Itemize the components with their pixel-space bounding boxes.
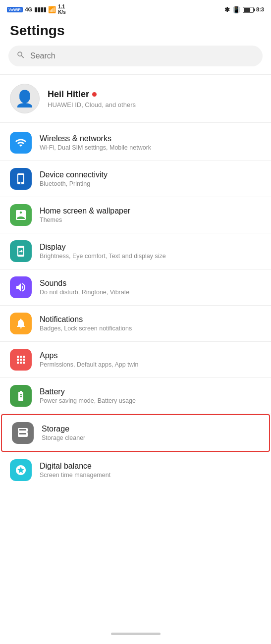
apps-title: Apps	[40, 351, 261, 360]
status-left: VoWiFi 4G ▮▮▮▮ 📶 1.1K/s	[7, 4, 66, 15]
settings-item-digital-balance[interactable]: Digital balance Screen time management	[0, 452, 271, 488]
storage-title: Storage	[42, 425, 259, 433]
storage-subtitle: Storage cleaner	[42, 434, 259, 441]
signal-strength: 4G	[25, 6, 32, 12]
sounds-text: Sounds Do not disturb, Ringtone, Vibrate	[40, 279, 261, 296]
settings-item-home-screen[interactable]: Home screen & wallpaper Themes	[0, 197, 271, 233]
signal-bars: ▮▮▮▮	[34, 6, 46, 13]
battery-title: Battery	[40, 387, 261, 396]
notifications-text: Notifications Badges, Lock screen notifi…	[40, 315, 261, 332]
notifications-icon	[10, 313, 32, 334]
wireless-text: Wireless & networks Wi-Fi, Dual SIM sett…	[40, 134, 261, 151]
digital-balance-text: Digital balance Screen time management	[40, 462, 261, 479]
display-subtitle: Brightness, Eye comfort, Text and displa…	[40, 253, 261, 260]
sounds-title: Sounds	[40, 279, 261, 288]
device-connectivity-icon	[10, 168, 32, 190]
notifications-title: Notifications	[40, 315, 261, 324]
home-screen-title: Home screen & wallpaper	[40, 207, 261, 215]
storage-text: Storage Storage cleaner	[42, 425, 259, 441]
search-input[interactable]	[30, 52, 255, 60]
battery-text: Battery Power saving mode, Battery usage	[40, 387, 261, 404]
sounds-subtitle: Do not disturb, Ringtone, Vibrate	[40, 289, 261, 296]
device-connectivity-text: Device connectivity Bluetooth, Printing	[40, 170, 261, 187]
search-icon	[16, 51, 25, 61]
apps-text: Apps Permissions, Default apps, App twin	[40, 351, 261, 368]
settings-list: Wireless & networks Wi-Fi, Dual SIM sett…	[0, 125, 271, 488]
status-right: ✱ 📳 35 8:3	[224, 6, 264, 13]
profile-name: Heil Hitler	[48, 89, 136, 100]
apps-subtitle: Permissions, Default apps, App twin	[40, 361, 261, 368]
settings-item-sounds[interactable]: Sounds Do not disturb, Ringtone, Vibrate	[0, 269, 271, 305]
settings-item-apps[interactable]: Apps Permissions, Default apps, App twin	[0, 342, 271, 377]
online-indicator	[92, 92, 97, 97]
display-title: Display	[40, 243, 261, 252]
vibrate-icon: 📳	[232, 6, 240, 13]
device-connectivity-subtitle: Bluetooth, Printing	[40, 180, 261, 187]
display-icon	[10, 240, 32, 262]
battery-subtitle: Power saving mode, Battery usage	[40, 397, 261, 404]
notifications-subtitle: Badges, Lock screen notifications	[40, 325, 261, 332]
settings-item-display[interactable]: Display Brightness, Eye comfort, Text an…	[0, 233, 271, 269]
battery-settings-icon	[10, 385, 32, 407]
profile-divider-bottom	[0, 122, 271, 123]
profile-subtitle: HUAWEI ID, Cloud, and others	[48, 101, 136, 108]
sounds-icon	[10, 276, 32, 298]
wifi-icon	[10, 132, 32, 154]
home-indicator	[111, 633, 161, 635]
wireless-subtitle: Wi-Fi, Dual SIM settings, Mobile network	[40, 144, 261, 151]
search-bar[interactable]	[8, 46, 263, 66]
home-screen-text: Home screen & wallpaper Themes	[40, 207, 261, 223]
settings-item-notifications[interactable]: Notifications Badges, Lock screen notifi…	[0, 306, 271, 341]
settings-item-device-connectivity[interactable]: Device connectivity Bluetooth, Printing	[0, 161, 271, 197]
digital-balance-icon	[10, 459, 32, 481]
apps-icon	[10, 349, 32, 371]
profile-info: Heil Hitler HUAWEI ID, Cloud, and others	[48, 89, 136, 108]
wireless-title: Wireless & networks	[40, 134, 261, 143]
device-connectivity-title: Device connectivity	[40, 170, 261, 179]
profile-section[interactable]: 👤 Heil Hitler HUAWEI ID, Cloud, and othe…	[0, 75, 271, 122]
display-text: Display Brightness, Eye comfort, Text an…	[40, 243, 261, 260]
home-screen-icon	[10, 204, 32, 226]
speed-indicator: 1.1K/s	[58, 4, 66, 15]
digital-balance-title: Digital balance	[40, 462, 261, 471]
status-bar: VoWiFi 4G ▮▮▮▮ 📶 1.1K/s ✱ 📳 35 8:3	[0, 0, 271, 18]
vowifi-badge: VoWiFi	[7, 7, 23, 12]
home-screen-subtitle: Themes	[40, 216, 261, 223]
time-display: 8:3	[256, 6, 264, 12]
settings-item-battery[interactable]: Battery Power saving mode, Battery usage	[0, 378, 271, 414]
storage-icon	[12, 422, 34, 444]
wifi-icon: 📶	[48, 6, 56, 13]
avatar-placeholder-icon: 👤	[15, 89, 35, 108]
page-title: Settings	[0, 18, 271, 46]
battery-display: 35	[243, 6, 254, 13]
avatar: 👤	[10, 84, 40, 113]
settings-item-storage[interactable]: Storage Storage cleaner	[1, 414, 270, 452]
digital-balance-subtitle: Screen time management	[40, 472, 261, 479]
settings-item-wireless[interactable]: Wireless & networks Wi-Fi, Dual SIM sett…	[0, 125, 271, 161]
bottom-bar	[0, 627, 271, 644]
bluetooth-icon: ✱	[224, 6, 230, 13]
